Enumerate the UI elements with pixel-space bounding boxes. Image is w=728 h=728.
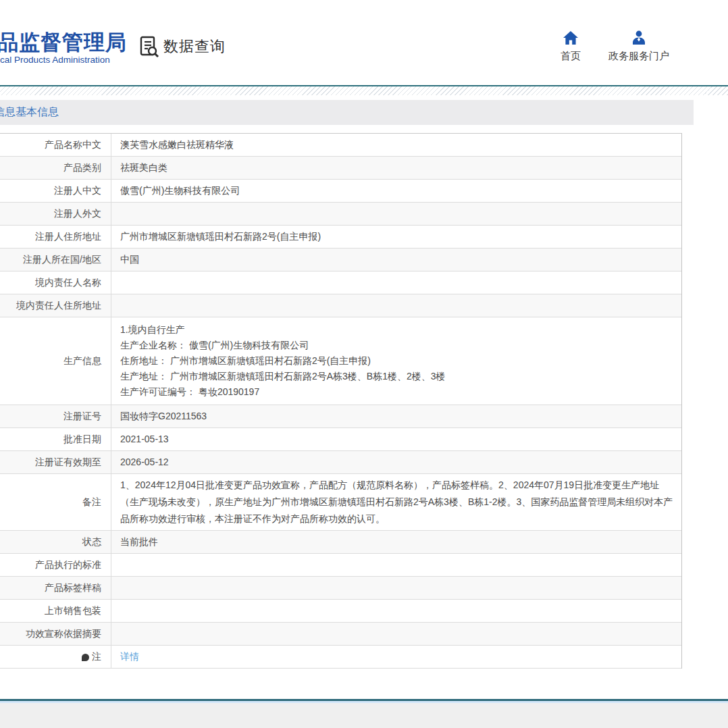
table-row: 注册证号国妆特字G20211563 [0, 405, 681, 428]
row-label: 状态 [0, 531, 111, 553]
row-label: 境内责任人住所地址 [0, 294, 111, 317]
row-value: 详情 [111, 646, 681, 668]
row-value: 中国 [111, 249, 681, 271]
detail-link[interactable]: 详情 [120, 649, 139, 664]
row-value [111, 294, 681, 317]
row-label: 批准日期 [0, 428, 111, 450]
row-value: 当前批件 [111, 531, 681, 553]
row-value: 澳芙雪水感嫩白祛斑精华液 [111, 134, 681, 156]
table-row: 功效宣称依据摘要 [0, 623, 681, 646]
row-label: 注册证号 [0, 405, 111, 427]
note-balloon-icon [82, 654, 89, 661]
row-value: 广州市增城区新塘镇瑶田村石新路2号(自主申报) [111, 226, 681, 248]
home-icon [552, 30, 589, 45]
row-value: 国妆特字G20211563 [111, 405, 681, 427]
row-label: 备注 [0, 474, 111, 530]
nav-portal[interactable]: 政务服务门户 [603, 30, 675, 63]
table-row: 批准日期2021-05-13 [0, 428, 681, 451]
user-icon [603, 30, 675, 45]
page-header: 品监督管理局 cal Products Administration 数据查询 … [0, 0, 728, 85]
table-row: 注册人住所地址广州市增城区新塘镇瑶田村石新路2号(自主申报) [0, 226, 681, 249]
row-label: 注册人外文 [0, 203, 111, 225]
nav-portal-label: 政务服务门户 [603, 50, 675, 63]
row-label: 境内责任人名称 [0, 271, 111, 294]
row-label: 产品类别 [0, 157, 111, 179]
info-table: 产品名称中文澳芙雪水感嫩白祛斑精华液产品类别祛斑美白类注册人中文傲雪(广州)生物… [0, 133, 682, 669]
data-query-label: 数据查询 [163, 36, 226, 57]
row-label: 产品标签样稿 [0, 577, 111, 599]
row-value [111, 577, 681, 599]
row-label: 上市销售包装 [0, 600, 111, 622]
row-value: 1.境内自行生产 生产企业名称： 傲雪(广州)生物科技有限公司 住所地址： 广州… [111, 317, 681, 405]
row-value [111, 600, 681, 622]
row-value [111, 271, 681, 294]
row-value: 2026-05-12 [111, 451, 681, 473]
row-label: 产品名称中文 [0, 134, 111, 156]
content-panel: 信息基本信息 产品名称中文澳芙雪水感嫩白祛斑精华液产品类别祛斑美白类注册人中文傲… [0, 100, 694, 669]
row-value: 1、2024年12月04日批准变更产品功效宣称，产品配方（规范原料名称），产品标… [111, 474, 681, 530]
row-label: 生产信息 [0, 317, 111, 405]
table-row: 注详情 [0, 646, 681, 669]
nav-home[interactable]: 首页 [552, 30, 589, 63]
footer-background [0, 703, 728, 728]
row-label: 注册证有效期至 [0, 451, 111, 473]
row-label: 注册人所在国/地区 [0, 249, 111, 271]
row-value: 傲雪(广州)生物科技有限公司 [111, 180, 681, 202]
table-row: 备注1、2024年12月04日批准变更产品功效宣称，产品配方（规范原料名称），产… [0, 474, 681, 531]
table-row: 注册人外文 [0, 203, 681, 226]
table-row: 境内责任人名称 [0, 271, 681, 294]
panel-title-bar: 信息基本信息 [0, 100, 694, 125]
row-label: 注册人中文 [0, 180, 111, 202]
table-row: 上市销售包装 [0, 600, 681, 623]
table-row: 产品名称中文澳芙雪水感嫩白祛斑精华液 [0, 134, 681, 157]
site-logo-subtitle: cal Products Administration [0, 55, 110, 65]
row-label: 功效宣称依据摘要 [0, 623, 111, 645]
table-row: 生产信息1.境内自行生产 生产企业名称： 傲雪(广州)生物科技有限公司 住所地址… [0, 317, 681, 405]
table-row: 产品标签样稿 [0, 577, 681, 600]
data-query-heading: 数据查询 [138, 35, 226, 58]
row-value [111, 554, 681, 576]
row-value [111, 623, 681, 645]
row-value: 祛斑美白类 [111, 157, 681, 179]
table-row: 产品执行的标准 [0, 554, 681, 577]
site-logo-title: 品监督管理局 [0, 28, 127, 57]
row-label: 注册人住所地址 [0, 226, 111, 248]
header-hatch-band [0, 86, 728, 95]
row-value: 2021-05-13 [111, 428, 681, 450]
table-row: 注册人中文傲雪(广州)生物科技有限公司 [0, 180, 681, 203]
row-label: 产品执行的标准 [0, 554, 111, 576]
row-label: 注 [0, 646, 111, 668]
table-row: 状态当前批件 [0, 531, 681, 554]
panel-title: 信息基本信息 [0, 105, 59, 120]
document-search-icon [138, 35, 160, 58]
table-row: 注册证有效期至2026-05-12 [0, 451, 681, 474]
table-row: 产品类别祛斑美白类 [0, 157, 681, 180]
table-row: 境内责任人住所地址 [0, 294, 681, 317]
nav-home-label: 首页 [552, 50, 589, 63]
table-row: 注册人所在国/地区中国 [0, 249, 681, 271]
row-value [111, 203, 681, 225]
